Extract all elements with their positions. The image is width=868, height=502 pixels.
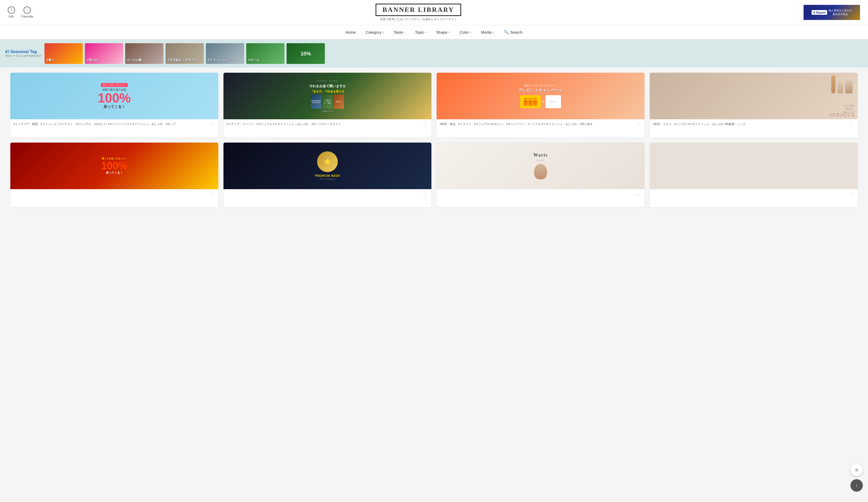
ad-banner-container: S Square 個人事業主も安心の 最短翌日振込 (803, 5, 860, 20)
banner-card-2[interactable]: 豪華ノベルティをプレゼント！ プレゼントキャンペーン ポテトチップス + (437, 73, 644, 137)
info-nav-item[interactable]: ? Info (8, 7, 15, 18)
topic-chevron: ▾ (425, 31, 426, 34)
card-grid-row1: 買って＆売っておトク！ 抽選で最大 購入金額 100% 戻ってくる！ #インテリ… (10, 73, 858, 137)
tag-cards-container: #春〜 #母の日 #シズル感 #文字組み・文字だけ #ファッション #セール (44, 43, 325, 64)
site-subtitle: 良質で参考になるバナーデザインを集めたギャラリーサイト (380, 17, 457, 21)
seasonal-label: 🏷 Seasonal Tag 今のシーズンにおすすめのタグ (5, 49, 41, 58)
favorite-button-0[interactable]: ♡ (208, 122, 215, 129)
favorite-button-4[interactable]: ♡ (208, 192, 215, 199)
header-left-nav: ? Info ♡ Favorite (8, 7, 33, 18)
favorite-button-5[interactable]: ♡ (421, 192, 428, 199)
nav-home[interactable]: Home (342, 25, 360, 39)
tag-card-3[interactable]: #文字組み・文字だけ (166, 43, 204, 64)
nav-category[interactable]: Category ▾ (362, 25, 388, 39)
banner-card-img-2: 豪華ノベルティをプレゼント！ プレゼントキャンペーン ポテトチップス + (437, 73, 644, 119)
banner-tags-3: #美容・コスメ #シンプル #スタイリッシュ・おしゃれ #高級感・シック (653, 122, 847, 126)
color-chevron: ▾ (470, 31, 471, 34)
header-center: BANNER LIBRARY 良質で参考になるバナーデザインを集めたギャラリーサ… (375, 4, 461, 21)
nav-color[interactable]: Color ▾ (456, 25, 475, 39)
favorite-button-1[interactable]: ♡ (421, 122, 428, 129)
tag-card-0[interactable]: #春〜 (44, 43, 83, 64)
tag-card-4[interactable]: #ファッション (206, 43, 244, 64)
tag-card-1[interactable]: #母の日 (85, 43, 123, 64)
tag-label-4: #ファッション (208, 58, 228, 62)
shape-chevron: ▾ (448, 31, 450, 34)
heart-icon: ♡ (23, 7, 31, 14)
tag-label-3: #文字組み・文字だけ (168, 58, 197, 62)
banner-card-5[interactable]: ⭐ PREMIUM BEER プレミアムモルツ ♡ (224, 143, 431, 207)
card-grid-row2: 買って＆売っておトク！ 100% 戻ってくる！ ♡ ⭐ PREMIUM BEER (10, 143, 858, 207)
banner-card-footer-7: ♡ (650, 189, 858, 207)
banner-card-3[interactable]: どんな肌も 絶品肌・ 新エスプリ SPRIQUE #美容・コスメ #シンプル #… (650, 73, 858, 137)
banner-card-footer-4: ♡ (10, 189, 218, 207)
nav-topic[interactable]: Topic ▾ (412, 25, 430, 39)
tag-card-6[interactable]: 10% (287, 43, 325, 64)
gallery-section: 買って＆売っておトク！ 抽選で最大 購入金額 100% 戻ってくる！ #インテリ… (0, 68, 868, 218)
search-label: Search (510, 30, 523, 34)
nav-taste[interactable]: Taste ▾ (390, 25, 409, 39)
favorite-button-7[interactable]: ♡ (847, 192, 855, 199)
taste-chevron: ▾ (404, 31, 405, 34)
banner-card-footer-1: #メディア・イベント #カジュアル #スタイリッシュ・おしゃれ #ポップ #メン… (224, 119, 431, 137)
banner-design-4: どんな肌も 絶品肌・ 新エスプリ SPRIQUE (650, 73, 858, 119)
nav-media[interactable]: Media ▾ (477, 25, 498, 39)
info-label: Info (9, 14, 14, 18)
nav-search[interactable]: 🔍 Search (500, 30, 526, 34)
seasonal-subtitle: 今のシーズンにおすすめのタグ (5, 54, 41, 58)
banner-card-footer-5: ♡ (224, 189, 431, 207)
site-title[interactable]: BANNER LIBRARY (375, 4, 461, 16)
seasonal-title: 🏷 Seasonal Tag (5, 49, 41, 54)
tag-label-1: #母の日 (87, 58, 98, 62)
tag-label-5: #セール (248, 58, 259, 62)
category-chevron: ▾ (383, 31, 384, 34)
banner-design-1: 買って＆売っておトク！ 抽選で最大 購入金額 100% 戻ってくる！ (10, 73, 218, 119)
banner-tags-2: #飲料・食品 #イラスト #カジュアル #かわいい #キャンペーン #シンプル … (440, 122, 634, 126)
main-nav: Home Category ▾ Taste ▾ Topic ▾ Shape ▾ … (0, 25, 868, 40)
banner-design-3: 豪華ノベルティをプレゼント！ プレゼントキャンペーン ポテトチップス + (437, 73, 644, 119)
banner-card-img-1: マイケル・サンデル それをお金で買いますか 「生き方」で社会を変える REIMA… (224, 73, 431, 119)
banner-tags-1: #メディア・イベント #カジュアル #スタイリッシュ・おしゃれ #ポップ #メン… (227, 122, 421, 126)
info-icon: ? (8, 7, 15, 14)
tag-card-2[interactable]: #シズル感 (125, 43, 164, 64)
tag-label-2: #シズル感 (127, 58, 142, 62)
banner-card-img-7 (650, 143, 858, 189)
banner-card-4[interactable]: 買って＆売っておトク！ 100% 戻ってくる！ ♡ (10, 143, 218, 207)
banner-card-footer-0: #インテリア・雑貨 #ファッション #イラスト #カジュアル #かわいい #キャ… (10, 119, 218, 137)
banner-card-0[interactable]: 買って＆売っておトク！ 抽選で最大 購入金額 100% 戻ってくる！ #インテリ… (10, 73, 218, 137)
banner-card-1[interactable]: マイケル・サンデル それをお金で買いますか 「生き方」で社会を変える REIMA… (224, 73, 431, 137)
search-icon: 🔍 (504, 30, 509, 34)
banner-card-img-6: Waris ウォリス (437, 143, 644, 189)
ad-banner: S Square 個人事業主も安心の 最短翌日振込 (804, 5, 860, 20)
seasonal-badge-icon: 🏷 (5, 49, 9, 54)
banner-card-7[interactable]: ♡ (650, 143, 858, 207)
favorite-button-3[interactable]: ♡ (847, 122, 855, 129)
favorite-button-2[interactable]: ♡ (634, 122, 641, 129)
favorite-nav-item[interactable]: ♡ Favorite (21, 7, 33, 18)
banner-card-img-4: 買って＆売っておトク！ 100% 戻ってくる！ (10, 143, 218, 189)
banner-card-footer-2: #飲料・食品 #イラスト #カジュアル #かわいい #キャンペーン #シンプル … (437, 119, 644, 137)
favorite-button-6[interactable]: ♡ (634, 192, 641, 199)
banner-design-2: マイケル・サンデル それをお金で買いますか 「生き方」で社会を変える REIMA… (224, 73, 431, 119)
ad-text: 個人事業主も安心の 最短翌日振込 (829, 9, 852, 16)
banner-card-6[interactable]: PR Waris ウォリス ♡ (437, 143, 644, 207)
tag-card-5[interactable]: #セール (246, 43, 285, 64)
banner-card-img-0: 買って＆売っておトク！ 抽選で最大 購入金額 100% 戻ってくる！ (10, 73, 218, 119)
nav-shape[interactable]: Shape ▾ (433, 25, 453, 39)
seasonal-banner: 🏷 Seasonal Tag 今のシーズンにおすすめのタグ #春〜 #母の日 #… (0, 40, 868, 68)
banner-tags-0: #インテリア・雑貨 #ファッション #イラスト #カジュアル #かわいい #キャ… (13, 122, 208, 126)
banner-card-img-5: ⭐ PREMIUM BEER プレミアムモルツ (224, 143, 431, 189)
header: ? Info ♡ Favorite BANNER LIBRARY 良質で参考にな… (0, 0, 868, 25)
banner-card-footer-6: ♡ (437, 189, 644, 207)
favorite-label: Favorite (21, 14, 33, 18)
banner-card-img-3: どんな肌も 絶品肌・ 新エスプリ SPRIQUE (650, 73, 858, 119)
media-chevron: ▾ (493, 31, 494, 34)
banner-card-footer-3: #美容・コスメ #シンプル #スタイリッシュ・おしゃれ #高級感・シック ♡ (650, 119, 858, 137)
tag-label-0: #春〜 (46, 58, 54, 62)
